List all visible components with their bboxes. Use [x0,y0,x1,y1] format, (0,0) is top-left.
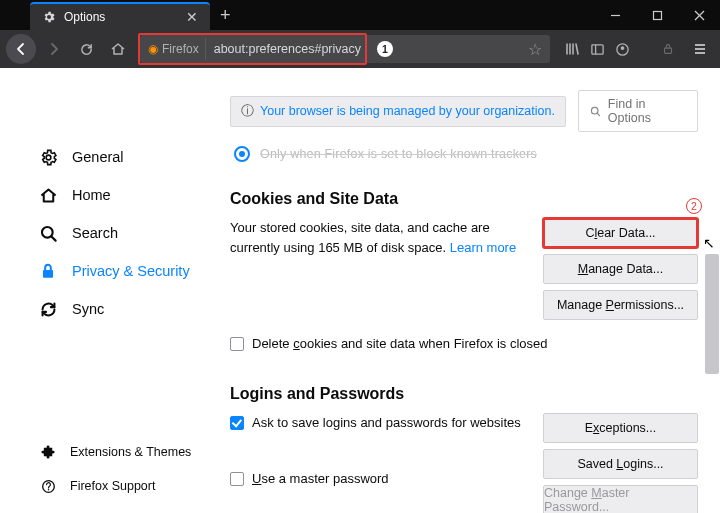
help-icon [38,476,58,496]
svg-point-7 [621,46,625,50]
svg-rect-4 [592,44,603,53]
svg-point-12 [46,155,51,160]
checkbox-icon[interactable] [230,472,244,486]
ask-save-logins-row[interactable]: Ask to save logins and passwords for web… [230,413,529,433]
home-button[interactable] [104,35,132,63]
learn-more-link[interactable]: Learn more [450,240,516,255]
reload-button[interactable] [72,35,100,63]
logins-heading: Logins and Passwords [230,385,698,403]
checkbox-icon[interactable] [230,416,244,430]
search-icon [589,105,602,118]
cursor-icon: ↖ [703,235,715,251]
sidebar-item-home[interactable]: Home [0,176,210,214]
gear-icon [42,10,56,24]
library-icon[interactable] [564,41,580,57]
sidebar-item-sync[interactable]: Sync [0,290,210,328]
change-master-password-button: Change Master Password... [543,485,698,513]
checkbox-icon[interactable] [230,337,244,351]
svg-rect-1 [653,11,661,19]
back-button[interactable] [6,34,36,64]
manage-permissions-button[interactable]: Manage Permissions... [543,290,698,320]
puzzle-icon [38,442,58,462]
firefox-icon: ◉ [148,42,158,56]
sidebar-item-privacy[interactable]: Privacy & Security [0,252,210,290]
lock-icon[interactable] [654,35,682,63]
content: General Home Search Privacy & Security S… [0,68,720,513]
account-icon[interactable] [615,42,630,57]
clear-data-button[interactable]: Clear Data... ↖ [543,218,698,248]
bookmark-icon[interactable]: ☆ [528,40,542,59]
svg-line-19 [597,113,599,115]
home-icon [38,185,58,205]
forward-button[interactable] [40,35,68,63]
master-password-row[interactable]: Use a master password [230,469,529,489]
cookies-desc: Your stored cookies, site data, and cach… [230,218,529,320]
sync-icon [38,299,58,319]
sidebar: General Home Search Privacy & Security S… [0,68,210,513]
sidebar-item-search[interactable]: Search [0,214,210,252]
main-panel: ⓘ Your browser is being managed by your … [210,68,720,513]
site-identity[interactable]: ◉ Firefox [142,38,206,60]
cookies-heading: Cookies and Site Data [230,190,698,208]
scrolled-off-row: Only when Firefox is set to block known … [230,146,698,162]
gear-icon [38,147,58,167]
exceptions-button[interactable]: Exceptions... [543,413,698,443]
url-text: about:preferences#privacy [206,42,361,56]
lock-icon [38,261,58,281]
delete-on-close-row[interactable]: Delete cookies and site data when Firefo… [230,336,698,351]
sidebar-footer: Extensions & Themes Firefox Support [0,435,210,503]
radio-icon [234,146,250,162]
manage-data-button[interactable]: Manage Data... [543,254,698,284]
maximize-button[interactable] [636,0,678,30]
sidebar-item-general[interactable]: General [0,138,210,176]
callout-badge-1: 1 [377,41,393,57]
browser-tab[interactable]: Options ✕ [30,2,210,30]
close-button[interactable] [678,0,720,30]
svg-rect-15 [43,270,53,278]
tab-close-icon[interactable]: ✕ [182,9,202,25]
managed-notice[interactable]: ⓘ Your browser is being managed by your … [230,96,566,127]
sidebar-support[interactable]: Firefox Support [0,469,210,503]
sidebar-toggle-icon[interactable] [590,42,605,57]
svg-rect-8 [665,48,672,53]
saved-logins-button[interactable]: Saved Logins... [543,449,698,479]
scrollbar-thumb[interactable] [705,254,719,374]
info-icon: ⓘ [241,103,254,120]
titlebar: Options ✕ + [0,0,720,30]
sidebar-extensions[interactable]: Extensions & Themes [0,435,210,469]
toolbar: ◉ Firefox about:preferences#privacy 1 ☆ [0,30,720,68]
menu-button[interactable] [686,35,714,63]
svg-line-14 [51,236,55,240]
url-callout-frame: ◉ Firefox about:preferences#privacy [138,33,367,65]
find-in-options[interactable]: Find in Options [578,90,698,132]
window-controls [594,0,720,30]
address-bar[interactable]: ◉ Firefox about:preferences#privacy 1 ☆ [140,35,550,63]
minimize-button[interactable] [594,0,636,30]
url-right-icons: ☆ [528,40,550,59]
callout-badge-2: 2 [686,198,702,214]
tab-title: Options [64,10,105,24]
svg-point-17 [47,489,49,491]
search-icon [38,223,58,243]
new-tab-button[interactable]: + [210,0,241,30]
